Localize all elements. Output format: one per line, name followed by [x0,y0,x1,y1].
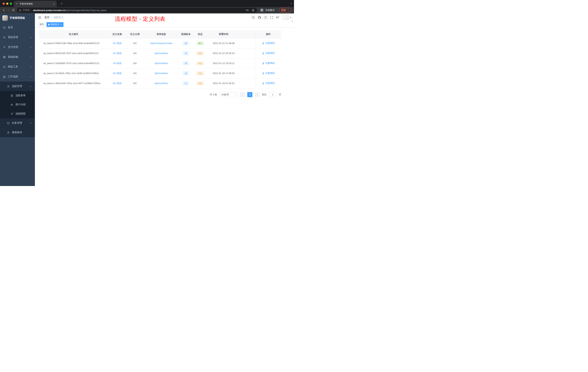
sidebar-item[interactable]: ¥支付管理 [0,42,35,52]
sidebar-item[interactable]: 流程模型 [0,109,35,118]
zoom-window-button[interactable] [10,2,12,5]
close-window-button[interactable] [2,2,5,5]
column-header: 部署时间 [207,30,240,38]
fullscreen-icon[interactable] [270,16,273,19]
table-row: oa_leave:1:482ec033-762a-11ec-8477-a2380… [39,78,281,88]
deploy-time: 2022-01-16 17:46:53 [213,72,235,75]
form-link[interactable]: /bpm/oa/flow [155,62,168,65]
browser-tab[interactable]: 芋道管理系统 × [14,1,57,7]
column-header: 定义编号 [39,30,109,38]
definition-name-link[interactable]: OA 请假 [113,72,122,75]
chevron-down-icon [30,56,32,58]
grid-icon [3,56,6,58]
sidebar-item[interactable]: 首页 [0,22,35,33]
question-icon[interactable]: ? [264,16,267,19]
next-page-button[interactable]: › [254,92,260,97]
search-icon[interactable] [252,16,255,19]
workflow-icon [3,75,6,78]
user-icon [262,52,264,55]
reload-icon[interactable] [11,8,16,12]
version-badge: v4 [183,51,189,55]
app-shell: 芋道管理系统 首页系统管理¥支付管理基础设施研发工具工作流程流程管理流程表单用户… [0,13,294,186]
font-size-icon[interactable]: tT [276,16,279,19]
sidebar-item-label: 请假查询 [12,131,22,134]
form-link[interactable]: /bpm/oa/flow [155,82,168,85]
view-tag[interactable]: 首页 [38,22,45,27]
breadcrumb-separator: / [51,16,52,19]
sidebar-item[interactable]: 流程管理 [0,82,35,91]
minimize-window-button[interactable] [6,2,8,5]
sidebar-item-label: 支付管理 [8,45,18,49]
assign-rule-button[interactable]: 分配规则 [262,82,275,85]
tab-search-caret-icon[interactable]: ▾ [291,2,292,5]
more-menu-icon[interactable]: ⋮ [287,9,290,12]
new-tab-button[interactable]: + [59,1,64,6]
assign-rule-button[interactable]: 分配规则 [262,52,275,55]
definition-name-link[interactable]: OA 请假 [113,62,122,65]
sidebar-item[interactable]: 请假查询 [0,128,35,137]
assign-rule-button[interactable]: 分配规则 [262,62,275,65]
caret-down-icon: ▾ [235,93,236,96]
user-avatar-menu[interactable]: ▾ [282,15,291,20]
goto-page-input[interactable] [269,92,277,97]
sidebar-item[interactable]: 任务管理 [0,118,35,128]
page-url: dashboard.yudao.iocoder.cn/bpm/manager/d… [33,9,243,12]
assign-rule-label: 分配规则 [265,42,275,45]
user-icon [262,42,264,44]
back-icon[interactable] [1,8,6,12]
tag-close-icon[interactable]: × [61,23,62,26]
sidebar-item[interactable]: 工作流程 [0,72,35,82]
sidebar-item-label: 流程模型 [15,112,26,115]
page-size-select[interactable]: 10条/页 ▾ [219,92,238,97]
form-link[interactable]: /bpm/oa/leave/create [150,42,172,44]
navbar-actions: ?tT [252,16,279,19]
definition-name-link[interactable]: OA 请假 [113,42,122,44]
chrome-update-button[interactable]: 更新 ⋮ [279,8,292,12]
password-key-icon[interactable] [246,9,249,12]
table-row: oa_leave:4:991f2193-7b7f-11ec-a3c8-acde4… [39,48,281,58]
sidebar-logo[interactable]: 芋道管理系统 [0,13,35,22]
status-badge: 挂起 [196,61,204,65]
goto-unit-label: 页 [279,93,281,96]
deploy-time: 2022-01-16 01:40:51 [213,82,235,85]
tab-close-icon[interactable]: × [53,2,55,5]
tag-active-dot [48,24,50,25]
sidebar-menu: 首页系统管理¥支付管理基础设施研发工具工作流程流程管理流程表单用户分组流程模型任… [0,22,35,137]
form-link[interactable]: /bpm/oa/flow [155,52,168,55]
tab-title: 芋道管理系统 [20,2,52,5]
assign-rule-button[interactable]: 分配规则 [262,72,275,75]
column-header: 流程版本 [178,30,193,38]
view-tag[interactable]: 流程定义× [47,22,63,27]
form-link[interactable]: /bpm/oa/flow [155,72,168,75]
forward-icon[interactable] [6,8,11,12]
definition-id: oa_leave:1:482ec033-762a-11ec-8477-a2380… [43,82,100,85]
definition-name-link[interactable]: OA 请假 [113,82,122,85]
sidebar: 芋道管理系统 首页系统管理¥支付管理基础设施研发工具工作流程流程管理流程表单用户… [0,13,35,186]
sidebar-item-label: 用户分组 [15,103,26,106]
current-page-button[interactable]: 1 [247,92,252,97]
sidebar-item[interactable]: 用户分组 [0,100,35,109]
bookmark-star-icon[interactable] [252,9,255,12]
address-bar[interactable]: 不安全 | dashboard.yudao.iocoder.cn/bpm/man… [17,8,257,13]
sidebar-collapse-icon[interactable] [38,16,42,19]
assign-rule-button[interactable]: 分配规则 [262,42,275,45]
monitor-icon [7,122,10,124]
definition-category: OA [133,42,137,44]
definition-id: oa_leave:3:1fad3d93-7b75-11ec-a3c8-acde4… [43,62,99,65]
breadcrumb-home[interactable]: 首页 [44,16,50,19]
list-icon [7,85,10,88]
prev-page-button[interactable]: ‹ [240,92,245,97]
sidebar-item-label: 流程管理 [12,85,22,88]
definition-name-link[interactable]: OA 请假 [113,52,122,55]
github-icon[interactable] [258,16,261,19]
status-badge: 挂起 [196,51,204,55]
version-badge: v3 [183,61,189,65]
deploy-time: 2022-01-22 19:19:11 [213,62,235,65]
url-path: /bpm/manager/definition?key=oa_leave [65,9,106,12]
sidebar-item[interactable]: 流程表单 [0,91,35,100]
sidebar-item[interactable]: 研发工具 [0,62,35,72]
plane-icon [10,112,13,115]
sidebar-item[interactable]: 基础设施 [0,52,35,62]
sidebar-item[interactable]: 系统管理 [0,33,35,42]
yen-icon: ¥ [3,46,6,49]
